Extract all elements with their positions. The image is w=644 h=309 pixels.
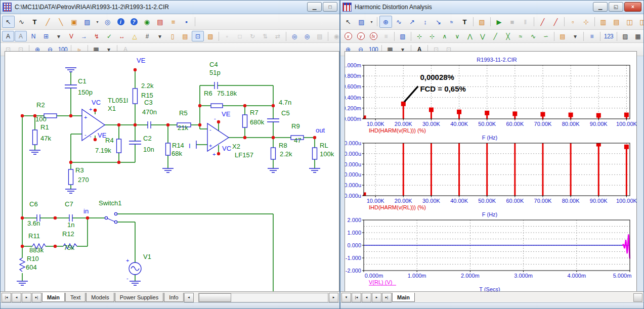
left-rubberband-toggle-icon[interactable]: ⊡ [192, 31, 204, 41]
right-clipboard-dropdown-icon[interactable]: ▾ [569, 31, 581, 41]
left-find-icon[interactable]: ◎ [301, 31, 313, 41]
left-wire-mode-icon[interactable]: ∿ [15, 16, 28, 28]
right-low-icon[interactable]: ⋁ [477, 31, 489, 41]
left-properties-icon[interactable]: ▧ [204, 31, 217, 41]
right-peak-icon[interactable]: ∧ [439, 31, 451, 41]
left-line-mode-icon[interactable]: ╱ [41, 16, 54, 28]
tab-nav-4[interactable]: ▸| [382, 293, 392, 302]
right-shape-tool-icon[interactable]: ▨ [355, 16, 368, 28]
close-button[interactable]: × [624, 2, 641, 12]
tab-text[interactable]: Text [65, 293, 85, 302]
left-pin-connections-toggle-icon[interactable]: ↔ [116, 31, 128, 41]
right-cursor-right-icon[interactable]: ╱ [549, 16, 562, 28]
right-smooth-icon[interactable]: ∽ [540, 31, 552, 41]
right-cursor-left-icon[interactable]: ╱ [536, 16, 549, 28]
left-help-tool-icon[interactable]: ? [127, 16, 140, 28]
hscroll-right-arrow[interactable]: ▸ [329, 293, 338, 302]
hscroll-thumb[interactable] [199, 293, 231, 302]
right-intersect-icon[interactable]: ╳ [502, 31, 514, 41]
maximize-button[interactable]: □ [323, 2, 337, 12]
left-grid-dropdown-icon[interactable]: ▾ [154, 31, 166, 41]
tab-nav-1[interactable]: |◂ [352, 293, 361, 302]
left-text-mode-icon[interactable]: T [28, 16, 41, 28]
hscroll-left-arrow[interactable]: ◂ [184, 293, 194, 302]
left-shape-tool-icon[interactable]: ▨ [81, 16, 94, 28]
right-properties-icon[interactable]: ▧ [476, 16, 488, 28]
left-flag-mode-icon[interactable]: ◎ [101, 16, 114, 28]
left-error-flag-icon[interactable]: △ [128, 31, 141, 41]
tab-power-supplies[interactable]: Power Supplies [115, 293, 163, 302]
right-edit-limits-icon[interactable]: ▧ [397, 31, 409, 41]
right-tokens-icon[interactable]: ⊹ [426, 31, 438, 41]
right-select-tool-icon[interactable]: ↖ [342, 16, 355, 28]
right-panels-two-alt-icon[interactable]: ◫ [636, 16, 643, 28]
right-valley-icon[interactable]: ∨ [451, 31, 463, 41]
right-point-tag-mode-icon[interactable]: ↗ [406, 16, 418, 28]
tab-nav-1[interactable]: ◂ [12, 293, 21, 302]
left-find-waveform-icon[interactable]: ◎ [288, 31, 300, 41]
right-y-axis-settings-icon[interactable]: y [355, 31, 367, 41]
tab-main[interactable]: Main [42, 293, 65, 302]
tab-nav-0[interactable]: |◂ [2, 293, 11, 302]
tab-nav-2[interactable]: ▸ [22, 293, 31, 302]
tab-main[interactable]: Main [392, 293, 415, 302]
minimize-button[interactable]: ▁ [593, 2, 608, 12]
tab-info[interactable]: Info [164, 293, 183, 302]
right-numeric-values-icon[interactable]: 123 [603, 31, 615, 41]
left-attribute-text-toggle-icon[interactable]: A [2, 31, 14, 41]
left-node-numbers-toggle-icon[interactable]: N [27, 31, 39, 41]
left-display-dropdown-icon[interactable]: ▾ [53, 31, 65, 41]
left-voltage-toggle-icon[interactable]: V [65, 31, 77, 41]
horizontal-scrollbar[interactable] [198, 293, 328, 302]
left-link-tool-icon[interactable]: ◉ [141, 16, 153, 28]
minimize-button[interactable]: ▁ [307, 2, 322, 12]
right-envelope-icon[interactable]: ∿ [527, 31, 539, 41]
tab-nav-3[interactable]: ▸| [32, 293, 41, 302]
right-text-mode-icon[interactable]: T [458, 16, 471, 28]
right-zoom-fit-icon[interactable]: ⊹ [580, 16, 592, 28]
right-exclude-region-icon[interactable]: ▨ [619, 31, 631, 41]
left-shape-dropdown-icon[interactable]: ▾ [94, 16, 101, 28]
right-high-icon[interactable]: ⋀ [464, 31, 476, 41]
right-panels-vertical-icon[interactable]: ▥ [597, 16, 610, 28]
plot-canvas[interactable]: 10.00K20.00K30.00K40.00K50.00K60.00K70.0… [345, 51, 637, 292]
left-grid-text-toggle-icon[interactable]: A [15, 31, 27, 41]
right-titlebar[interactable]: Harmonic Distortion Analysis ▁◱× [340, 1, 643, 14]
schematic-canvas[interactable]: C1150pR2100R147kR3270TL051IX1R47.19kC210… [5, 51, 339, 292]
left-model-check-icon[interactable]: ▤ [154, 16, 166, 28]
right-vertical-tag-mode-icon[interactable]: ↕ [419, 16, 432, 28]
right-performance-tag-mode-icon[interactable]: fx [445, 16, 458, 28]
right-data-points-icon[interactable]: ⊹ [413, 31, 425, 41]
left-sheet-add-icon[interactable]: ▯ [166, 31, 179, 41]
right-zoom-area-icon[interactable]: ▫ [567, 16, 579, 28]
tab-nav-3[interactable]: ▸ [372, 293, 381, 302]
right-fx-settings-icon[interactable]: fx [367, 31, 379, 41]
right-cursor-mode-icon[interactable]: ∿ [393, 16, 405, 28]
right-run-icon[interactable]: ▶ [493, 16, 505, 28]
left-info-tool-icon[interactable]: i [114, 16, 127, 28]
right-slope-icon[interactable]: ╱ [489, 31, 501, 41]
left-grid-toggle-icon[interactable]: # [141, 31, 153, 41]
left-find-component-icon[interactable]: ▣ [68, 16, 80, 28]
restore-button[interactable]: ◱ [609, 2, 623, 12]
right-clipboard-icon[interactable]: ▤ [556, 31, 569, 41]
left-condition-toggle-icon[interactable]: ✓ [103, 31, 115, 41]
left-doc-edit-icon[interactable]: ▪ [180, 16, 193, 28]
right-include-region-icon[interactable]: ▦ [632, 31, 643, 41]
right-panels-horizontal-icon[interactable]: ▤ [610, 16, 623, 28]
left-node-voltages-toggle-icon[interactable]: ⊞ [40, 31, 52, 41]
tab-scrollbar[interactable] [633, 293, 642, 302]
right-panels-two-icon[interactable]: ◫ [623, 16, 636, 28]
left-ledger-icon[interactable]: ≡ [167, 16, 180, 28]
right-horizontal-tag-mode-icon[interactable]: ↘ [432, 16, 445, 28]
right-x-axis-settings-icon[interactable]: x [342, 31, 354, 41]
right-scale-mode-icon[interactable]: ⊕ [379, 16, 392, 28]
tab-nav-0[interactable]: ▾ [341, 293, 351, 302]
left-graphics-mode-icon[interactable]: ╲ [55, 16, 67, 28]
left-select-tool-icon[interactable]: ↖ [2, 16, 15, 28]
right-numeric-output-icon[interactable]: ≡ [586, 31, 598, 41]
left-sheet-info-icon[interactable]: ▤ [179, 31, 191, 41]
tab-nav-2[interactable]: ◂ [362, 293, 371, 302]
right-shape-dropdown-icon[interactable]: ▾ [368, 16, 375, 28]
left-titlebar[interactable]: C:\MC11\DATA\Petrov\RIAA\R1993-11-2\R199… [1, 1, 339, 14]
